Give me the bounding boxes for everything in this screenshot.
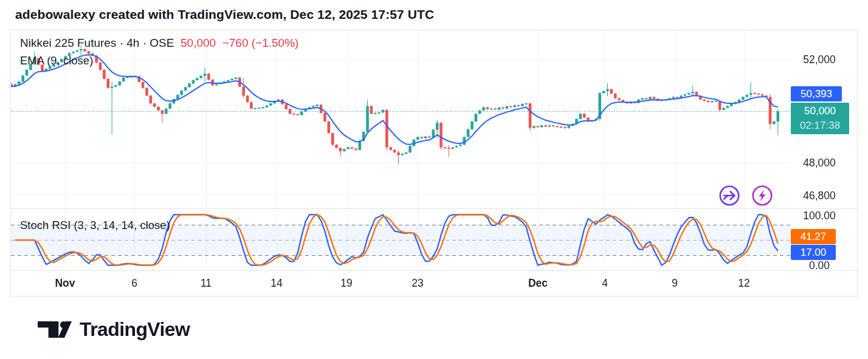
stoch-d-value-badge: 41.27 — [791, 229, 836, 244]
price-axis-label: 46,800 — [790, 189, 849, 202]
flash-button[interactable] — [751, 185, 773, 207]
widget-border-top — [10, 30, 857, 30]
tradingview-logo-text: TradingView — [80, 318, 190, 341]
legend-dot-2: · — [143, 36, 146, 49]
tradingview-logo-mark — [38, 321, 72, 338]
symbol-name[interactable]: Nikkei 225 Futures — [20, 36, 116, 49]
chart-legend[interactable]: Nikkei 225 Futures · 4h · OSE 50,000 −76… — [20, 36, 298, 50]
chart-interval[interactable]: 4h — [126, 36, 139, 49]
ema-indicator-label[interactable]: EMA (9, close) — [20, 54, 93, 67]
time-axis-tick[interactable]: 12 — [738, 276, 749, 290]
last-price-text: 50,000 — [181, 36, 216, 49]
stoch-rsi-indicator-label[interactable]: Stoch RSI (3, 3, 14, 14, close) — [20, 219, 170, 232]
price-axis-label: 52,000 — [790, 53, 849, 66]
go-to-latest-button[interactable] — [718, 185, 740, 207]
ema-value-badge: 50,393 — [791, 86, 842, 101]
price-chart-canvas[interactable] — [0, 0, 868, 359]
time-axis-tick[interactable]: 9 — [672, 276, 678, 290]
stoch-k-value-badge: 17.00 — [791, 245, 836, 260]
pane-separator — [10, 208, 857, 209]
stoch-k-value-text: 17.00 — [801, 247, 827, 258]
exchange-name: OSE — [150, 36, 174, 49]
price-axis-label: 48,000 — [790, 156, 849, 169]
time-axis-tick[interactable]: Dec — [528, 276, 548, 290]
arrow-forward-icon — [718, 185, 740, 207]
lightning-icon — [751, 185, 773, 207]
last-price-value: 50,000 — [791, 104, 849, 118]
widget-border-right — [857, 30, 858, 296]
time-axis-tick[interactable]: 6 — [131, 276, 137, 290]
ema-value-text: 50,393 — [801, 88, 832, 100]
time-axis-tick[interactable]: 11 — [201, 276, 212, 290]
last-price-badge: 50,000 02:17:38 — [791, 103, 849, 134]
tradingview-snapshot: adebowalexy created with TradingView.com… — [0, 0, 868, 359]
time-axis-tick[interactable]: 19 — [340, 276, 352, 290]
stoch-d-value-text: 41.27 — [801, 231, 827, 242]
time-axis-tick[interactable]: Nov — [55, 276, 75, 290]
price-change-text: −760 (−1.50%) — [222, 36, 299, 49]
time-axis-separator — [10, 270, 857, 271]
time-axis-tick[interactable]: 4 — [602, 276, 608, 290]
legend-dot-1: · — [120, 36, 123, 49]
time-axis-tick[interactable]: 14 — [270, 276, 282, 290]
stoch-axis-label: 0.00 — [790, 259, 849, 272]
time-axis-tick[interactable]: 23 — [412, 276, 423, 290]
stoch-axis-label: 100.00 — [790, 209, 849, 222]
tradingview-logo[interactable]: TradingView — [38, 318, 190, 341]
widget-border-bottom — [10, 296, 857, 296]
widget-border-left — [10, 30, 11, 296]
bar-countdown-timer: 02:17:38 — [791, 118, 849, 133]
